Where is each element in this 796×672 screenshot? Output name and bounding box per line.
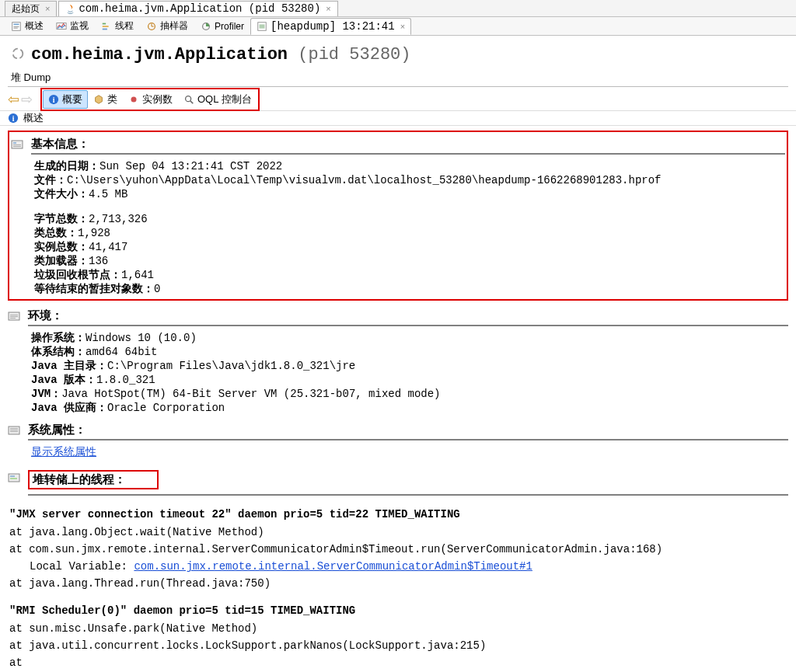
svg-rect-25	[13, 144, 21, 145]
highlight-box-basic: 基本信息： 生成的日期：Sun Sep 04 13:21:41 CST 2022…	[8, 131, 788, 301]
forward-icon: ⇨	[21, 91, 33, 108]
close-icon[interactable]: ×	[400, 22, 405, 31]
svg-rect-6	[103, 26, 109, 27]
sampler-icon	[146, 21, 157, 32]
title-pid: (pid 53280)	[298, 45, 410, 64]
back-icon[interactable]: ⇦	[8, 91, 19, 108]
thread-header: "RMI Scheduler(0)" daemon prio=5 tid=15 …	[9, 604, 788, 617]
svg-point-14	[13, 49, 23, 59]
overview-icon	[11, 21, 22, 32]
oql-icon	[183, 94, 194, 105]
svg-rect-1	[14, 23, 19, 25]
stack-frame: at com.sun.jmx.remote.internal.ServerCom…	[9, 541, 788, 558]
nav-instances-label: 实例数	[142, 92, 173, 106]
svg-rect-34	[10, 431, 18, 432]
svg-rect-36	[10, 475, 15, 477]
svg-rect-28	[10, 315, 18, 315]
subtab-overview-label: 概述	[25, 19, 44, 33]
title-row: com.heima.jvm.Application (pid 53280)	[0, 36, 796, 69]
tab-app-label: com.heima.jvm.Application (pid 53280)	[79, 2, 320, 15]
local-variable: Local Variable: com.sun.jmx.remote.inter…	[30, 558, 788, 575]
env-info: 操作系统：Windows 10 (10.0) 体系结构：amd64 64bit …	[28, 331, 788, 415]
main-tab-bar: 起始页 × com.heima.jvm.Application (pid 532…	[0, 0, 796, 17]
svg-rect-33	[10, 430, 18, 430]
subtab-monitor[interactable]: 监视	[50, 17, 95, 35]
svg-rect-32	[10, 428, 18, 429]
subtab-sampler-label: 抽样器	[160, 19, 188, 33]
svg-rect-29	[10, 316, 18, 317]
local-var-link[interactable]: com.sun.jmx.remote.internal.ServerCommun…	[134, 560, 532, 573]
monitor-icon	[56, 21, 67, 32]
thread-header: "JMX server connection timeout 22" daemo…	[9, 508, 788, 521]
basic-title: 基本信息：	[31, 137, 785, 155]
heapdump-icon	[257, 21, 267, 32]
svg-rect-5	[103, 23, 106, 24]
subtab-heapdump[interactable]: [heapdump] 13:21:41 ×	[250, 18, 411, 35]
instances-icon	[128, 94, 139, 105]
stack-frame: at java.lang.Thread.run(Thread.java:750)	[9, 575, 788, 592]
threads-icon	[101, 21, 112, 32]
close-icon[interactable]: ×	[326, 4, 330, 13]
nav-classes[interactable]: 类	[88, 90, 123, 109]
subtab-profiler[interactable]: Profiler	[194, 19, 250, 34]
svg-rect-3	[14, 27, 18, 28]
tab-start-label: 起始页	[12, 2, 40, 16]
subtab-overview[interactable]: 概述	[5, 17, 50, 35]
svg-rect-26	[13, 146, 21, 147]
subtab-threads[interactable]: 线程	[95, 17, 140, 35]
sub-tab-bar: 概述 监视 线程 抽样器 Profiler [heapdump] 13:21:4…	[0, 17, 796, 36]
svg-rect-7	[103, 28, 107, 30]
section-icon	[11, 137, 25, 153]
nav-instances[interactable]: 实例数	[123, 90, 178, 109]
svg-text:i: i	[12, 114, 15, 123]
nav-oql[interactable]: OQL 控制台	[178, 90, 257, 109]
title-app-name: com.heima.jvm.Application	[31, 45, 288, 64]
stack-frame: at java.util.concurrent.locks.LockSuppor…	[9, 637, 788, 654]
profiler-icon	[201, 21, 211, 32]
nav-summary-label: 概要	[62, 92, 82, 106]
svg-rect-13	[260, 24, 265, 28]
nav-oql-label: OQL 控制台	[197, 92, 252, 106]
java-icon	[65, 4, 75, 14]
classes-icon	[93, 94, 104, 105]
svg-text:i: i	[53, 96, 55, 104]
svg-rect-37	[10, 478, 17, 479]
stack-frame: at java.lang.Object.wait(Native Method)	[9, 524, 788, 541]
show-sysprops-link[interactable]: 显示系统属性	[31, 446, 96, 458]
nav-summary[interactable]: i 概要	[43, 90, 88, 109]
heapdump-nav: ⇦ ⇨ i 概要 类 实例数 OQL 控制台	[0, 89, 796, 110]
svg-line-20	[190, 101, 194, 104]
subtab-sampler[interactable]: 抽样器	[140, 17, 194, 35]
breadcrumb-label: 概述	[23, 111, 44, 125]
svg-rect-2	[14, 26, 19, 27]
section-icon	[8, 308, 22, 325]
subtab-threads-label: 线程	[115, 19, 134, 33]
stack-frame: at java.util.concurrent.locks.AbstractQu…	[9, 654, 788, 672]
section-icon	[8, 470, 22, 486]
subtab-monitor-label: 监视	[70, 19, 89, 33]
tab-start-page[interactable]: 起始页 ×	[5, 1, 57, 16]
svg-point-19	[186, 96, 191, 102]
info-icon: i	[8, 113, 19, 124]
breadcrumb: i 概述	[0, 110, 796, 126]
sysprops-title: 系统属性：	[28, 423, 788, 440]
dump-label: 堆 Dump	[0, 69, 796, 86]
basic-info: 生成的日期：Sun Sep 04 13:21:41 CST 2022 文件：C:…	[31, 159, 785, 296]
nav-classes-label: 类	[107, 92, 117, 106]
env-title: 环境：	[28, 308, 788, 326]
highlight-box-threads: 堆转储上的线程：	[28, 470, 159, 489]
svg-marker-17	[96, 96, 103, 104]
loading-icon	[11, 47, 25, 63]
svg-rect-24	[13, 142, 16, 144]
close-icon[interactable]: ×	[45, 4, 50, 13]
info-icon: i	[48, 94, 59, 105]
subtab-profiler-label: Profiler	[215, 21, 244, 32]
subtab-heapdump-label: [heapdump] 13:21:41	[271, 20, 395, 33]
section-icon	[8, 423, 22, 439]
tab-application[interactable]: com.heima.jvm.Application (pid 53280) ×	[58, 1, 337, 16]
highlight-box-nav: i 概要 类 实例数 OQL 控制台	[40, 88, 260, 111]
stack-frame: at sun.misc.Unsafe.park(Native Method)	[9, 620, 788, 637]
svg-point-18	[131, 97, 137, 103]
svg-rect-30	[10, 318, 16, 319]
